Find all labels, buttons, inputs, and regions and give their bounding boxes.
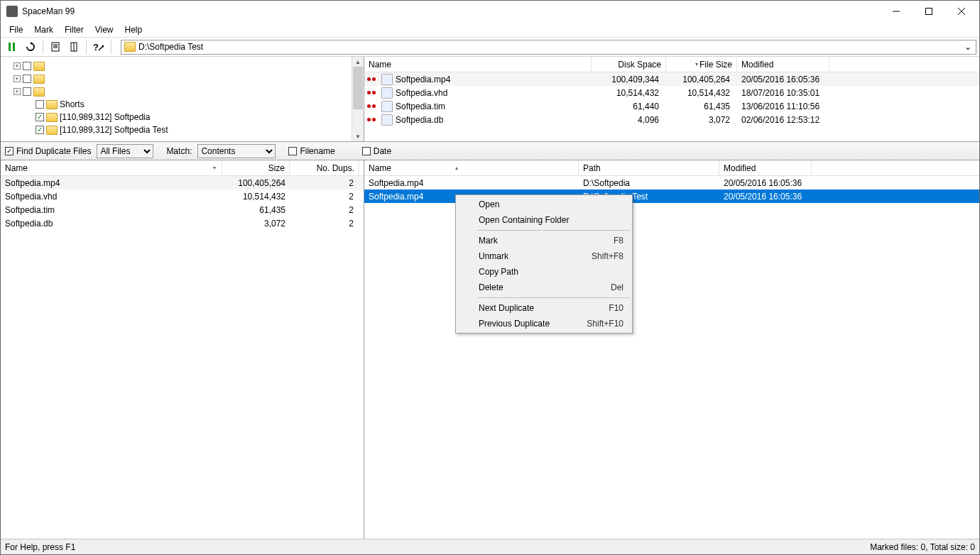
menu-mark[interactable]: Mark xyxy=(28,23,59,36)
tree-checkbox[interactable] xyxy=(23,87,31,96)
file-row[interactable]: Softpedia.vhd10,514,43210,514,43218/07/2… xyxy=(364,86,979,99)
tree-row[interactable]: [110,989,312] Softpedia Test xyxy=(13,123,349,136)
dup-list[interactable]: Softpedia.mp4100,405,2642Softpedia.vhd10… xyxy=(1,176,364,230)
file-list[interactable]: Softpedia.mp4100,409,344100,405,26420/05… xyxy=(364,72,979,126)
col-filesize[interactable]: ▾File Size xyxy=(666,57,737,72)
scan-button[interactable] xyxy=(4,39,21,55)
tree-checkbox[interactable] xyxy=(23,75,31,83)
dup-col-name-label: Name xyxy=(5,163,28,173)
menu-filter[interactable]: Filter xyxy=(59,23,89,36)
help-button[interactable]: ? xyxy=(90,39,107,55)
tree-scrollbar[interactable]: ▲ ▼ xyxy=(352,57,364,141)
folder-icon xyxy=(33,87,45,97)
minimize-button[interactable] xyxy=(880,1,913,22)
chevron-down-icon[interactable]: ⌄ xyxy=(963,42,973,52)
menu-item[interactable]: Next DuplicateF10 xyxy=(457,300,631,316)
context-menu[interactable]: OpenOpen Containing FolderMarkF8UnmarkSh… xyxy=(455,194,633,334)
scroll-down-icon[interactable]: ▼ xyxy=(352,131,364,141)
report-button[interactable] xyxy=(47,39,64,55)
path-modified: 20/05/2016 16:05:36 xyxy=(719,178,979,188)
menu-item[interactable]: Open Containing Folder xyxy=(457,212,631,228)
filetype-select[interactable]: All Files xyxy=(97,144,153,158)
file-size: 61,435 xyxy=(666,101,737,111)
dup-col-name[interactable]: Name▾ xyxy=(1,160,222,175)
menu-item[interactable]: Open xyxy=(457,197,631,212)
path-input[interactable] xyxy=(138,42,963,52)
title-bar: SpaceMan 99 xyxy=(1,1,979,22)
menu-help[interactable]: Help xyxy=(119,23,148,36)
dup-row[interactable]: Softpedia.db3,0722 xyxy=(1,216,364,230)
folder-tree[interactable]: +++Shorts[110,989,312] Softpedia[110,989… xyxy=(1,57,352,141)
dup-size: 3,072 xyxy=(222,219,290,229)
menu-item[interactable]: DeleteDel xyxy=(457,280,631,295)
dup-count: 2 xyxy=(290,178,359,188)
find-duplicates-checkbox[interactable]: Find Duplicate Files xyxy=(5,146,91,156)
folder-icon xyxy=(46,126,58,135)
file-modified: 18/07/2016 10:35:01 xyxy=(737,88,844,98)
scroll-thumb[interactable] xyxy=(353,67,363,109)
tree-row[interactable]: [110,989,312] Softpedia xyxy=(13,111,349,123)
dup-row[interactable]: Softpedia.mp4100,405,2642 xyxy=(1,176,364,189)
file-row[interactable]: Softpedia.db4,0963,07202/06/2016 12:53:1… xyxy=(364,113,979,126)
tree-row[interactable]: Shorts xyxy=(13,98,349,111)
path-modified: 20/05/2016 16:05:36 xyxy=(719,192,979,202)
col-modified[interactable]: Modified xyxy=(737,57,829,72)
maximize-button[interactable] xyxy=(913,1,945,22)
date-checkbox[interactable]: Date xyxy=(362,146,391,156)
menu-item[interactable]: Copy Path xyxy=(457,264,631,280)
dup-row[interactable]: Softpedia.vhd10,514,4322 xyxy=(1,189,364,203)
path-col-path[interactable]: Path xyxy=(579,160,719,175)
tree-row[interactable]: + xyxy=(13,85,349,98)
status-right: Marked files: 0, Total size: 0 xyxy=(870,542,975,552)
col-name[interactable]: Name xyxy=(364,57,592,72)
filename-checkbox[interactable]: Filename xyxy=(288,146,334,156)
file-row[interactable]: Softpedia.mp4100,409,344100,405,26420/05… xyxy=(364,72,979,86)
sort-icon: ▾ xyxy=(213,165,216,171)
match-label: Match: xyxy=(166,146,192,156)
menu-item[interactable]: MarkF8 xyxy=(457,233,631,248)
filter-button[interactable] xyxy=(65,39,82,55)
refresh-button[interactable] xyxy=(22,39,39,55)
dup-col-size[interactable]: Size xyxy=(222,160,290,175)
date-label: Date xyxy=(374,146,391,156)
expander-icon[interactable]: + xyxy=(13,88,21,95)
menu-item-label: Open xyxy=(479,199,499,209)
file-row[interactable]: Softpedia.tim61,44061,43513/06/2016 11:1… xyxy=(364,99,979,113)
tree-row[interactable]: + xyxy=(13,72,349,85)
path-row[interactable]: Softpedia.mp4D:\Softpedia20/05/2016 16:0… xyxy=(364,176,979,189)
file-size: 10,514,432 xyxy=(666,88,737,98)
close-button[interactable] xyxy=(945,1,978,22)
tree-row[interactable]: + xyxy=(13,60,349,72)
dup-size: 61,435 xyxy=(222,205,290,215)
scroll-up-icon[interactable]: ▲ xyxy=(352,57,364,67)
tree-checkbox[interactable] xyxy=(36,100,44,109)
dup-name: Softpedia.vhd xyxy=(1,192,222,202)
path-combobox[interactable]: ⌄ xyxy=(121,40,976,55)
find-duplicates-label: Find Duplicate Files xyxy=(16,146,91,156)
tree-checkbox[interactable] xyxy=(36,126,44,134)
menu-item-label: Unmark xyxy=(479,251,508,261)
menu-item[interactable]: Previous DuplicateShift+F10 xyxy=(457,316,631,331)
file-name: Softpedia.tim xyxy=(396,101,592,111)
menu-file[interactable]: File xyxy=(4,23,28,36)
svg-rect-5 xyxy=(13,43,15,51)
col-diskspace[interactable]: Disk Space xyxy=(592,57,666,72)
status-left: For Help, press F1 xyxy=(5,542,75,552)
file-size: 3,072 xyxy=(666,115,737,125)
menu-view[interactable]: View xyxy=(89,23,119,36)
menu-item[interactable]: UnmarkShift+F8 xyxy=(457,248,631,264)
dup-marker-icon xyxy=(364,91,379,94)
tree-checkbox[interactable] xyxy=(36,113,44,121)
expander-icon[interactable]: + xyxy=(13,62,21,70)
match-select[interactable]: Contents xyxy=(197,144,276,158)
menu-item-shortcut: Del xyxy=(611,282,624,292)
dup-row[interactable]: Softpedia.tim61,4352 xyxy=(1,203,364,216)
expander-icon[interactable]: + xyxy=(13,75,21,82)
dup-col-nodups[interactable]: No. Dups. xyxy=(290,160,359,175)
tree-checkbox[interactable] xyxy=(23,62,31,70)
menu-item-shortcut: Shift+F8 xyxy=(592,251,624,261)
file-name: Softpedia.db xyxy=(396,115,592,125)
path-col-modified[interactable]: Modified xyxy=(719,160,812,175)
path-name: Softpedia.mp4 xyxy=(364,178,579,188)
path-col-name[interactable]: Name▴ xyxy=(364,160,579,175)
